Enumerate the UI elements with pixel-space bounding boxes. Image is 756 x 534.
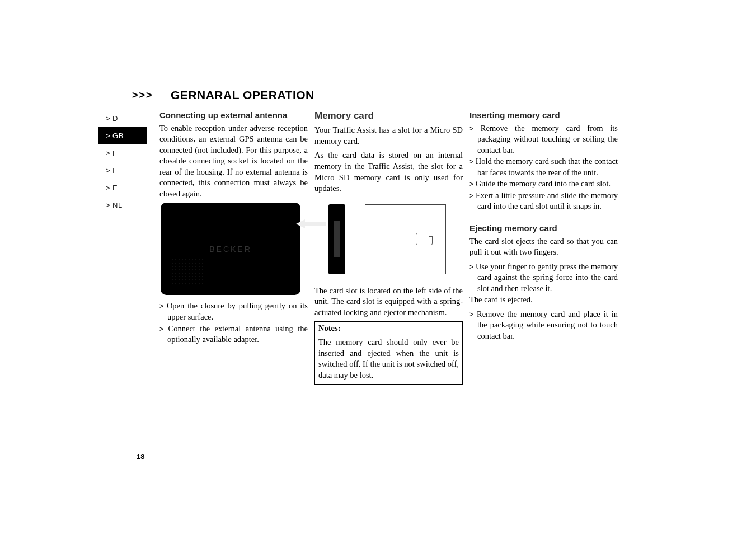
body-text: Your Traffic Assist has a slot for a Mic… xyxy=(314,125,463,147)
speaker-grille-icon xyxy=(171,258,204,286)
step-item: > Use your finger to gently press the me… xyxy=(469,261,618,294)
arrow-icon: > xyxy=(159,325,163,333)
step-text: Use your finger to gently press the memo… xyxy=(476,262,618,293)
sidebar-item-d[interactable]: >D xyxy=(98,110,147,127)
arrow-icon: > xyxy=(106,149,110,157)
step-item: > Connect the external antenna using the… xyxy=(159,324,308,345)
body-text: As the card data is stored on an interna… xyxy=(314,150,463,194)
step-text: Remove the memory card and place it in t… xyxy=(477,310,618,340)
arrow-icon: > xyxy=(469,311,473,318)
step-text: Hold the memory card such that the conta… xyxy=(476,157,618,177)
arrow-icon: > xyxy=(106,114,110,123)
device-side-icon xyxy=(328,204,345,274)
sidebar-item-nl[interactable]: >NL xyxy=(98,196,147,214)
arrow-icon: > xyxy=(469,180,473,188)
notes-label: Notes: xyxy=(315,322,462,335)
sidebar-item-label: I xyxy=(112,166,115,175)
sd-card-outline xyxy=(365,204,446,274)
arrow-icon: > xyxy=(469,158,473,166)
slot-icon xyxy=(334,221,340,257)
sidebar-item-e[interactable]: >E xyxy=(98,179,147,196)
heading-inserting: Inserting memory card xyxy=(469,110,618,121)
body-text: The card slot is located on the left sid… xyxy=(314,285,463,318)
step-item: > Remove the memory card and place it in… xyxy=(469,309,618,342)
document-page: >>> GERNARAL OPERATION >D >GB >F >I >E >… xyxy=(0,0,756,534)
body-text: The card slot ejects the card so that yo… xyxy=(469,236,618,258)
sd-slot-figure xyxy=(314,199,463,280)
column-2: Memory card Your Traffic Assist has a sl… xyxy=(314,110,463,385)
step-text: Open the closure by pulling gently on it… xyxy=(167,301,308,321)
page-title: GERNARAL OPERATION xyxy=(171,88,314,102)
header-arrows-icon: >>> xyxy=(132,90,153,101)
sd-notch-icon xyxy=(429,232,433,237)
step-item: > Hold the memory card such that the con… xyxy=(469,156,618,178)
arrow-icon: > xyxy=(159,302,163,310)
header-rule xyxy=(159,104,624,104)
arrow-icon: > xyxy=(106,201,110,209)
sidebar-item-label: NL xyxy=(112,201,123,209)
step-text: Connect the external antenna using the o… xyxy=(167,324,308,344)
sidebar-item-label: E xyxy=(112,184,118,192)
sidebar-item-label: F xyxy=(112,149,117,157)
notes-box: Notes: The memory card should only ever … xyxy=(314,321,463,384)
heading-ejecting: Ejecting memory card xyxy=(469,223,618,234)
heading-external-antenna: Connecting up external antenna xyxy=(159,110,308,121)
step-item: > Open the closure by pulling gently on … xyxy=(159,301,308,322)
arrow-icon: > xyxy=(469,192,473,200)
sidebar-item-label: GB xyxy=(112,132,124,140)
arrow-icon: > xyxy=(106,166,110,175)
step-text: Exert a little pressure and slide the me… xyxy=(476,191,618,211)
language-sidebar: >D >GB >F >I >E >NL xyxy=(98,110,147,214)
notes-body: The memory card should only ever be inse… xyxy=(315,335,462,383)
body-text: To enable reception under adverse recept… xyxy=(159,123,308,200)
page-number: 18 xyxy=(137,452,144,461)
step-item: > Guide the memory card into the card sl… xyxy=(469,179,618,190)
arrow-icon: > xyxy=(106,184,110,192)
device-rear-image: BECKER xyxy=(161,203,300,295)
heading-memory-card: Memory card xyxy=(314,110,463,121)
step-item: > Remove the memory card from its packag… xyxy=(469,123,618,156)
sidebar-item-i[interactable]: >I xyxy=(98,162,147,179)
step-text: Guide the memory card into the card slot… xyxy=(476,179,611,188)
body-text: The card is ejected. xyxy=(469,294,618,306)
arrow-icon: > xyxy=(469,263,473,271)
sidebar-item-f[interactable]: >F xyxy=(98,144,147,162)
pointer-arrowhead-icon xyxy=(296,219,305,228)
arrow-icon: > xyxy=(106,132,110,140)
column-1: Connecting up external antenna To enable… xyxy=(159,110,308,346)
sidebar-item-gb[interactable]: >GB xyxy=(98,127,147,144)
arrow-icon: > xyxy=(469,125,473,133)
step-text: Remove the memory card from its packagin… xyxy=(477,124,618,154)
step-item: > Exert a little pressure and slide the … xyxy=(469,190,618,212)
sidebar-item-label: D xyxy=(112,114,118,123)
column-3: Inserting memory card > Remove the memor… xyxy=(469,110,618,343)
device-logo: BECKER xyxy=(209,245,252,254)
sd-card-icon xyxy=(416,233,433,245)
